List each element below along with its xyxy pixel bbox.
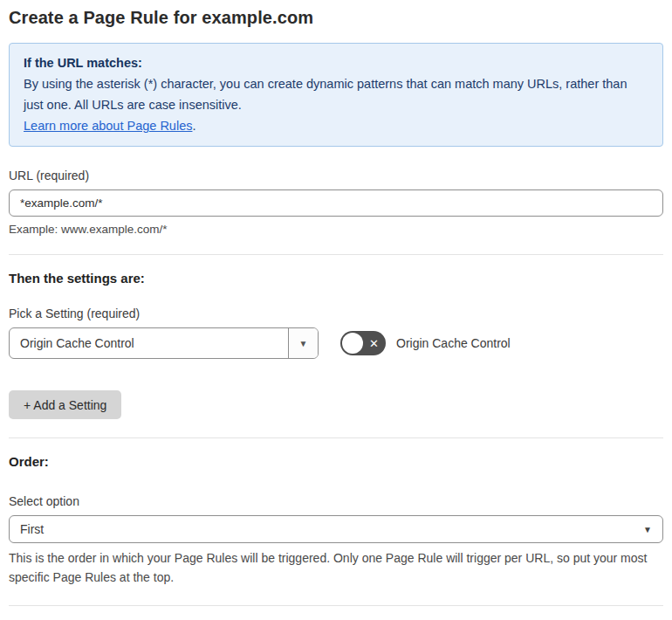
- link-period: .: [192, 119, 195, 133]
- order-help-text: This is the order in which your Page Rul…: [9, 548, 659, 587]
- divider: [9, 254, 663, 255]
- url-match-info-box: If the URL matches: By using the asteris…: [9, 43, 663, 147]
- chevron-down-icon[interactable]: ▼: [288, 328, 318, 358]
- url-example-text: Example: www.example.com/*: [9, 223, 663, 236]
- add-setting-button[interactable]: + Add a Setting: [9, 390, 121, 419]
- chevron-down-icon: ▼: [643, 525, 652, 534]
- setting-select[interactable]: Origin Cache Control ▼: [9, 327, 319, 359]
- order-select[interactable]: First ▼: [9, 515, 663, 543]
- divider: [9, 437, 663, 438]
- info-box-body: By using the asterisk (*) character, you…: [24, 73, 648, 115]
- toggle-knob: [342, 333, 363, 354]
- learn-more-link[interactable]: Learn more about Page Rules: [24, 119, 192, 133]
- url-field-label: URL (required): [9, 169, 663, 183]
- order-section-heading: Order:: [9, 454, 663, 469]
- toggle-label: Origin Cache Control: [396, 336, 511, 350]
- order-select-value: First: [20, 522, 643, 536]
- page-title: Create a Page Rule for example.com: [9, 0, 663, 28]
- pick-setting-label: Pick a Setting (required): [9, 307, 663, 320]
- url-input[interactable]: [9, 189, 663, 217]
- setting-select-value: Origin Cache Control: [10, 328, 288, 358]
- toggle-off-icon: ✕: [369, 338, 379, 349]
- divider: [9, 605, 663, 606]
- info-box-link-line: Learn more about Page Rules.: [24, 115, 648, 136]
- info-box-heading: If the URL matches:: [24, 52, 648, 73]
- order-select-label: Select option: [9, 494, 663, 508]
- settings-section-heading: Then the settings are:: [9, 271, 663, 286]
- setting-toggle[interactable]: ✕: [340, 331, 386, 355]
- setting-row: Origin Cache Control ▼ ✕ Origin Cache Co…: [9, 327, 663, 359]
